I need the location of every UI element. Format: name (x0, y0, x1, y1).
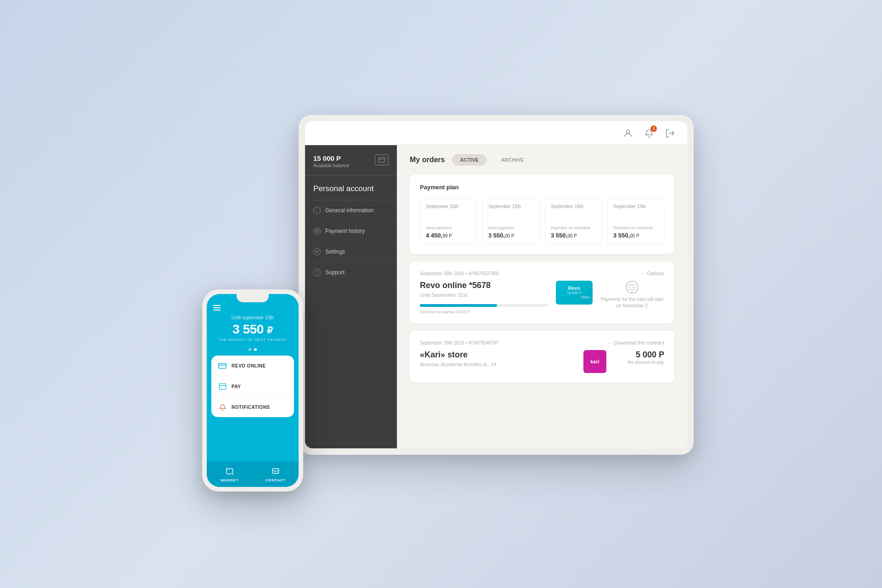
order-revo-progress-bar (420, 304, 548, 307)
plan-item-3: September 15th Payment on schedule 3 550… (545, 198, 602, 245)
card-icon (375, 154, 389, 165)
phone-dots (207, 348, 299, 351)
plan-amount-4: 3 550,00 Р (613, 232, 658, 239)
order-revo-main: Revo online *5678 Until September 31st О… (420, 281, 548, 314)
scene: 1 15 000 Р Available (188, 87, 694, 501)
sidebar-item-general[interactable]: i General information (305, 200, 397, 221)
order-kari-subtitle: Moscow, Academic Korolev st., 14 (420, 362, 576, 367)
phone-notch (237, 294, 269, 302)
order-revo-progress-fill (420, 304, 497, 307)
tablet: 1 15 000 Р Available (299, 115, 694, 455)
phone-menu-revo-label: REVO ONLINE (232, 363, 266, 368)
plan-date-2: September 15th (488, 204, 533, 209)
order-kari-meta: September 18th 2018 • N°9876546787 ··· D… (420, 340, 664, 345)
phone: Until september 15th 3 550 ₽ THE AMOUNT … (202, 289, 303, 492)
bell-icon[interactable]: 1 (643, 127, 655, 139)
phone-footer-where-label: WHERE? (220, 478, 238, 482)
plan-label-2: Next payment (488, 226, 533, 230)
phone-menu-notifications[interactable]: NOTIFICATIONS (211, 397, 294, 417)
main-content: My orders ACTIVE ARCHIVE Payment plan Se… (397, 145, 687, 448)
my-orders-title: My orders (410, 156, 445, 164)
settings-icon: ⚙ (313, 248, 321, 255)
kari-card-label: kari (590, 359, 599, 364)
revo-card: Revo 10 000 Р VISA (556, 281, 593, 305)
sidebar-item-general-label: General information (325, 207, 373, 214)
phone-footer-contact[interactable]: CONTACT (253, 462, 299, 487)
svg-rect-1 (379, 158, 385, 162)
phone-hero-label: THE AMOUNT OF NEXT PAYMENT (213, 338, 292, 342)
logout-icon[interactable] (664, 127, 676, 139)
plan-date-4: September 15th (613, 204, 658, 209)
order-revo-body: Revo online *5678 Until September 31st О… (420, 281, 664, 314)
order-revo-subtitle: Until September 31st (420, 292, 548, 298)
sidebar-account-title: Personal account (305, 176, 397, 200)
phone-screen: Until september 15th 3 550 ₽ THE AMOUNT … (207, 294, 299, 487)
sidebar-item-settings[interactable]: ⚙ Settings (305, 242, 397, 262)
phone-menu: REVO ONLINE PAY (211, 356, 294, 417)
plan-label-3: Payment on schedule (551, 226, 596, 230)
sidebar-item-history[interactable]: Payment history (305, 221, 397, 242)
phone-menu-revo[interactable]: REVO ONLINE (211, 356, 294, 376)
hamburger-icon[interactable] (213, 305, 220, 311)
info-icon: i (313, 207, 321, 214)
order-kari-title: «Kari» store (420, 350, 576, 360)
revo-card-type: VISA (580, 295, 593, 300)
order-kari-main: «Kari» store Moscow, Academic Korolev st… (420, 350, 576, 373)
phone-footer-contact-label: CONTACT (266, 478, 286, 482)
sidebar-item-support[interactable]: ? Support (305, 262, 397, 283)
tab-archive[interactable]: ARCHIVE (494, 155, 531, 165)
order-revo-meta: September 18th 2018 • N°9876507950 ··· O… (420, 271, 664, 276)
order-kari-options[interactable]: ··· Download the contract (608, 340, 664, 345)
balance-label: Available balance (313, 163, 349, 168)
plan-date-3: September 15th (551, 204, 596, 209)
clock-icon (626, 281, 639, 294)
svg-rect-5 (219, 363, 226, 368)
history-icon (313, 227, 321, 235)
order-revo-meta-info: September 18th 2018 • N°9876507950 (420, 271, 499, 276)
revo-card-brand: Revo (568, 286, 580, 291)
phone-top-bar (207, 302, 299, 311)
plan-amount-3: 3 550,00 Р (551, 232, 596, 239)
plan-amount-1: 4 450,99 Р (426, 232, 471, 239)
payment-plan-section: Payment plan September 15th Next payment… (410, 175, 674, 254)
tab-active[interactable]: ACTIVE (452, 154, 486, 165)
order-kari-body: «Kari» store Moscow, Academic Korolev st… (420, 350, 664, 373)
support-icon: ? (313, 269, 321, 276)
phone-menu-pay[interactable]: PAY (211, 376, 294, 397)
phone-dot-1 (249, 348, 251, 351)
order-kari-amount-block: 5 000 Р the amount to pay (614, 350, 664, 365)
user-icon[interactable] (622, 127, 634, 139)
phone-menu-pay-label: PAY (232, 384, 241, 389)
order-revo-options[interactable]: ··· Options (641, 271, 664, 276)
plan-label-4: Payment on schedule (613, 226, 658, 230)
payment-plan-grid: September 15th Next payment 4 450,99 Р S… (420, 198, 664, 245)
phone-hero-symbol: ₽ (267, 325, 273, 335)
svg-rect-10 (272, 469, 279, 474)
plan-amount-2: 3 550,00 Р (488, 232, 533, 239)
phone-footer-where[interactable]: WHERE? (207, 462, 253, 487)
order-revo-sidenote: Payments for the card will start on Nove… (600, 281, 664, 309)
order-revo-title: Revo online *5678 (420, 281, 548, 290)
sidebar-item-history-label: Payment history (325, 228, 365, 234)
sidebar: 15 000 Р Available balance Perso (305, 145, 397, 448)
svg-point-0 (626, 130, 629, 133)
order-kari: September 18th 2018 • N°9876546787 ··· D… (410, 331, 674, 383)
phone-hero: Until september 15th 3 550 ₽ THE AMOUNT … (207, 311, 299, 345)
pay-icon (218, 382, 227, 391)
sidebar-balance: 15 000 Р Available balance (305, 145, 397, 176)
my-orders-header: My orders ACTIVE ARCHIVE (410, 154, 674, 165)
phone-menu-notifications-label: NOTIFICATIONS (232, 405, 270, 410)
svg-rect-7 (219, 384, 226, 390)
balance-amount: 15 000 Р (313, 154, 349, 162)
plan-item-4: September 15th Payment on schedule 3 550… (607, 198, 664, 245)
sidebar-item-support-label: Support (325, 269, 345, 276)
plan-label-1: Next payment (426, 226, 471, 230)
order-revo-progress-label: Остаток на картке 4 000 Р (420, 310, 548, 314)
tablet-content: 15 000 Р Available balance Perso (305, 145, 687, 448)
credit-card-icon (218, 361, 227, 370)
plan-item-1: September 15th Next payment 4 450,99 Р (420, 198, 477, 245)
notification-icon (218, 402, 227, 412)
tablet-screen: 1 15 000 Р Available (305, 121, 687, 448)
kari-amount-label: the amount to pay (628, 360, 664, 365)
kari-card: kari (583, 350, 606, 373)
